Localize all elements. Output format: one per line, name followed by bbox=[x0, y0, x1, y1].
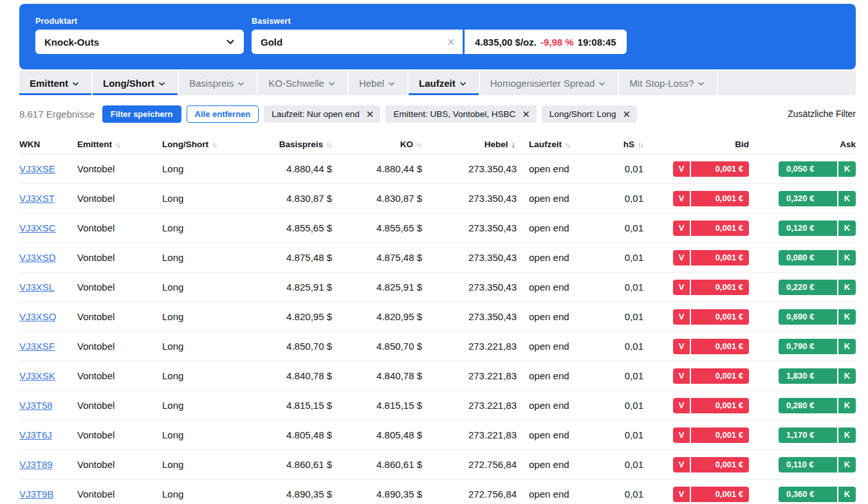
ask-price-badge[interactable]: 0,360 € bbox=[779, 487, 837, 502]
ask-price-badge[interactable]: 0,220 € bbox=[779, 280, 837, 295]
remove-chip-icon[interactable]: ✕ bbox=[366, 109, 374, 119]
ask-price-badge[interactable]: 0,320 € bbox=[779, 191, 837, 206]
buy-button[interactable]: K bbox=[838, 339, 856, 354]
buy-button[interactable]: K bbox=[838, 280, 856, 295]
sell-button[interactable]: V bbox=[673, 457, 690, 473]
buy-button[interactable]: K bbox=[838, 191, 856, 206]
column-header-emittent[interactable]: Emittent↑↓ bbox=[77, 140, 162, 149]
clear-all-button[interactable]: Alle entfernen bbox=[187, 105, 259, 123]
cell-hebel: 273.350,43 bbox=[422, 282, 517, 292]
bid-price-badge[interactable]: 0,001 € bbox=[691, 398, 749, 413]
bid-price-badge[interactable]: 0,001 € bbox=[691, 191, 749, 206]
sell-button[interactable]: V bbox=[673, 428, 690, 443]
filter-chip[interactable]: Long/Short: Long✕ bbox=[542, 105, 637, 123]
bid-price-badge[interactable]: 0,001 € bbox=[691, 368, 749, 384]
bid-price-badge[interactable]: 0,001 € bbox=[691, 280, 749, 295]
ask-price-badge[interactable]: 0,050 € bbox=[779, 161, 837, 177]
filter-tab[interactable]: Mit Stop-Loss? bbox=[619, 71, 718, 95]
filter-chip[interactable]: Laufzeit: Nur open end✕ bbox=[264, 105, 380, 123]
remove-chip-icon[interactable]: ✕ bbox=[522, 109, 530, 119]
sell-button[interactable]: V bbox=[673, 398, 690, 413]
bid-price-badge[interactable]: 0,001 € bbox=[691, 221, 749, 236]
buy-button[interactable]: K bbox=[838, 221, 856, 236]
filter-tab[interactable]: Homogenisierter Spread bbox=[480, 71, 620, 95]
column-header-hebel[interactable]: Hebel↓ bbox=[422, 140, 517, 149]
bid-price-badge[interactable]: 0,001 € bbox=[691, 428, 749, 443]
wkn-link[interactable]: VJ3XSK bbox=[19, 370, 55, 381]
filter-tab[interactable]: Laufzeit bbox=[409, 71, 480, 95]
wkn-link[interactable]: VJ3T9B bbox=[19, 489, 53, 500]
produktart-select[interactable]: Knock-Outs bbox=[35, 30, 244, 54]
filter-chip[interactable]: Emittent: UBS, Vontobel, HSBC✕ bbox=[385, 105, 536, 123]
sell-button[interactable]: V bbox=[673, 191, 690, 206]
ask-price-badge[interactable]: 0,790 € bbox=[779, 339, 837, 354]
wkn-link[interactable]: VJ3XST bbox=[19, 193, 55, 204]
sell-button[interactable]: V bbox=[673, 280, 690, 295]
filter-tab[interactable]: Basispreis bbox=[179, 71, 258, 95]
buy-button[interactable]: K bbox=[838, 487, 856, 502]
ask-price-badge[interactable]: 0,110 € bbox=[779, 457, 837, 473]
bid-group: V0,001 € bbox=[643, 250, 749, 266]
wkn-link[interactable]: VJ3XSE bbox=[19, 163, 55, 174]
basiswert-value: Gold bbox=[261, 37, 282, 48]
column-header-bid[interactable]: Bid bbox=[643, 140, 749, 149]
buy-button[interactable]: K bbox=[838, 398, 856, 413]
column-header-hs[interactable]: hS↑↓ bbox=[607, 140, 643, 149]
column-header-long_short[interactable]: Long/Short↑↓ bbox=[162, 140, 247, 149]
wkn-link[interactable]: VJ3XSC bbox=[19, 222, 56, 233]
sell-button[interactable]: V bbox=[673, 368, 690, 384]
column-header-ask[interactable]: Ask bbox=[749, 140, 856, 149]
wkn-link[interactable]: VJ3XSL bbox=[19, 282, 54, 292]
cell-ask: 0,320 €K bbox=[749, 191, 856, 206]
sell-button[interactable]: V bbox=[673, 221, 690, 236]
sell-button[interactable]: V bbox=[673, 161, 690, 177]
filter-tab[interactable]: Long/Short bbox=[93, 71, 179, 95]
bid-price-badge[interactable]: 0,001 € bbox=[691, 487, 749, 502]
buy-button[interactable]: K bbox=[838, 457, 856, 473]
cell-wkn: VJ3XSF bbox=[19, 341, 77, 352]
buy-button[interactable]: K bbox=[838, 250, 856, 266]
wkn-link[interactable]: VJ3T6J bbox=[19, 429, 52, 440]
column-header-wkn[interactable]: WKN bbox=[19, 140, 77, 149]
bid-price-badge[interactable]: 0,001 € bbox=[691, 457, 749, 473]
sell-button[interactable]: V bbox=[673, 250, 690, 266]
ask-price-badge[interactable]: 0,280 € bbox=[779, 398, 837, 413]
cell-emittent: Vontobel bbox=[77, 489, 162, 500]
bid-price-badge[interactable]: 0,001 € bbox=[691, 250, 749, 266]
bid-price-badge[interactable]: 0,001 € bbox=[691, 339, 749, 354]
additional-filters-link[interactable]: Zusätzliche Filter bbox=[788, 109, 856, 119]
sell-button[interactable]: V bbox=[673, 339, 690, 354]
column-header-laufzeit[interactable]: Laufzeit↑↓ bbox=[517, 140, 607, 149]
bid-price-badge[interactable]: 0,001 € bbox=[691, 161, 749, 177]
filter-tab[interactable]: Emittent bbox=[19, 71, 93, 95]
ask-price-badge[interactable]: 1,830 € bbox=[779, 368, 837, 384]
bid-price-badge[interactable]: 0,001 € bbox=[691, 309, 749, 325]
buy-button[interactable]: K bbox=[838, 428, 856, 443]
ask-price-badge[interactable]: 1,170 € bbox=[779, 428, 837, 443]
remove-chip-icon[interactable]: ✕ bbox=[622, 109, 631, 119]
clear-input-icon[interactable]: × bbox=[447, 35, 455, 48]
sell-button[interactable]: V bbox=[673, 309, 690, 325]
save-filter-button[interactable]: Filter speichern bbox=[102, 105, 181, 123]
wkn-link[interactable]: VJ3XSQ bbox=[19, 311, 57, 322]
table-row: VJ3XSEVontobelLong4.880,44 $4.880,44 $27… bbox=[19, 154, 856, 184]
buy-button[interactable]: K bbox=[838, 161, 856, 177]
buy-button[interactable]: K bbox=[838, 368, 856, 384]
column-header-basispreis[interactable]: Basispreis↑↓ bbox=[247, 140, 332, 149]
wkn-link[interactable]: VJ3XSD bbox=[19, 252, 56, 263]
ask-price-badge[interactable]: 0,080 € bbox=[779, 250, 837, 266]
basiswert-input[interactable]: Gold × bbox=[252, 30, 463, 54]
column-header-ko[interactable]: KO↑↓ bbox=[332, 140, 422, 149]
filter-tab[interactable]: KO-Schwelle bbox=[258, 71, 349, 95]
wkn-link[interactable]: VJ3T58 bbox=[19, 400, 53, 411]
wkn-link[interactable]: VJ3T89 bbox=[19, 459, 53, 470]
wkn-link[interactable]: VJ3XSF bbox=[19, 341, 55, 352]
cell-hebel: 273.350,43 bbox=[422, 222, 517, 233]
sell-button[interactable]: V bbox=[673, 487, 690, 502]
cell-hebel: 272.756,84 bbox=[422, 489, 517, 500]
ask-price-badge[interactable]: 0,690 € bbox=[779, 309, 837, 325]
filter-tab[interactable]: Hebel bbox=[349, 71, 409, 95]
buy-button[interactable]: K bbox=[838, 309, 856, 325]
ask-price-badge[interactable]: 0,120 € bbox=[779, 221, 837, 236]
cell-emittent: Vontobel bbox=[77, 163, 162, 174]
